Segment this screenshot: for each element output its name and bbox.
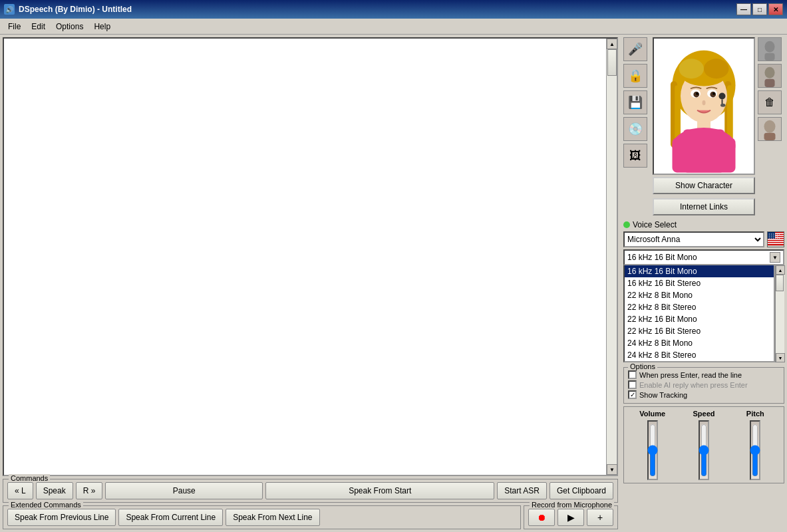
titlebar: 🔊 DSpeech (By Dimio) - Untitled — □ ✕ (0, 0, 787, 19)
menubar: File Edit Options Help (0, 19, 787, 35)
format-item-0[interactable]: 16 kHz 16 Bit Mono (625, 265, 774, 277)
format-list: 16 kHz 16 Bit Mono 16 kHz 16 Bit Stereo … (623, 265, 775, 362)
svg-point-22 (720, 104, 726, 107)
speed-slider[interactable] (699, 424, 709, 477)
menu-options[interactable]: Options (51, 21, 88, 33)
format-item-6[interactable]: 24 kHz 8 Bit Mono (625, 337, 774, 349)
internet-links-button[interactable]: Internet Links (653, 198, 755, 215)
record-group: Record from Microphone ⏺ ▶ + (524, 505, 618, 529)
format-dropdown-header[interactable]: 16 kHz 16 Bit Mono ▼ (623, 249, 784, 265)
photo-icon[interactable]: 🖼 (623, 144, 647, 168)
volume-track (647, 420, 658, 480)
speed-label: Speed (693, 410, 714, 418)
char-center: Show Character Internet Links (653, 37, 755, 217)
format-list-container: 16 kHz 16 Bit Mono 16 kHz 16 Bit Stereo … (623, 265, 784, 362)
options-section: Options When press Enter, read the line … (623, 367, 784, 404)
format-item-5[interactable]: 22 kHz 16 Bit Stereo (625, 325, 774, 337)
scroll-thumb[interactable] (607, 49, 617, 76)
vertical-scrollbar[interactable]: ▲ ▼ (606, 39, 617, 475)
speed-slider-col: Speed (681, 410, 726, 480)
record-button[interactable]: ⏺ (528, 509, 555, 526)
voice-active-dot (623, 221, 630, 228)
option-checkbox-0[interactable] (628, 370, 637, 379)
format-item-2[interactable]: 22 kHz 8 Bit Mono (625, 289, 774, 301)
speak-from-start-button[interactable]: Speak From Start (265, 482, 494, 499)
voice-select-row: Microsoft Anna Microsoft David Microsoft… (623, 231, 784, 247)
format-list-scrollbar[interactable]: ▲ ▼ (775, 265, 784, 362)
get-clipboard-button[interactable]: Get Clipboard (550, 482, 613, 499)
right-panel: 🎤 🔒 💾 💿 🖼 (621, 35, 787, 532)
format-dropdown-arrow[interactable]: ▼ (770, 252, 780, 263)
extended-commands-group: Extended Commands Speak From Previous Li… (3, 505, 521, 529)
format-item-7[interactable]: 24 kHz 8 Bit Stereo (625, 349, 774, 361)
microphone-icon[interactable]: 🎤 (623, 37, 647, 61)
speak-button[interactable]: Speak (36, 482, 73, 499)
speak-next-line-button[interactable]: Speak From Next Line (226, 509, 319, 526)
close-button[interactable]: ✕ (768, 3, 783, 15)
next-line-button[interactable]: R » (76, 482, 103, 499)
lock-icon[interactable]: 🔒 (623, 64, 647, 88)
format-scroll-down[interactable]: ▼ (776, 353, 785, 362)
svg-rect-38 (768, 243, 784, 245)
svg-text:★★★★★★: ★★★★★★ (768, 237, 780, 239)
pause-button[interactable]: Pause (105, 482, 263, 499)
svg-point-27 (764, 67, 774, 78)
svg-point-18 (696, 92, 699, 95)
scroll-down-button[interactable]: ▼ (607, 464, 617, 475)
option-row-0: When press Enter, read the line (628, 370, 780, 379)
format-item-4[interactable]: 22 kHz 16 Bit Mono (625, 313, 774, 325)
voice-dropdown[interactable]: Microsoft Anna Microsoft David Microsoft… (623, 231, 764, 247)
pitch-label: Pitch (746, 410, 764, 418)
svg-point-24 (764, 41, 774, 53)
format-scroll-thumb[interactable] (776, 275, 784, 291)
extended-commands-label: Extended Commands (9, 501, 83, 509)
start-asr-button[interactable]: Start ASR (497, 482, 547, 499)
speed-track (699, 420, 709, 480)
text-editor[interactable] (4, 39, 606, 475)
prev-line-button[interactable]: « L (7, 482, 33, 499)
commands-row: « L Speak R » Pause Speak From Start Sta… (7, 482, 613, 499)
language-flag-icon[interactable]: ★★★★★★ ★★★★★ ★★★★★★ (767, 231, 784, 247)
volume-slider[interactable] (647, 424, 658, 477)
option-checkbox-1[interactable] (628, 380, 637, 389)
right-icon-column: 🗑 (758, 37, 784, 217)
show-character-button[interactable]: Show Character (653, 177, 755, 194)
pitch-slider[interactable] (750, 424, 760, 477)
svg-point-13 (704, 59, 729, 78)
character-alt-2-icon[interactable] (758, 64, 782, 88)
svg-point-21 (719, 93, 726, 100)
maximize-button[interactable]: □ (752, 3, 767, 15)
menu-edit[interactable]: Edit (26, 21, 51, 33)
format-scroll-up[interactable]: ▲ (776, 265, 785, 275)
svg-point-20 (703, 100, 706, 106)
option-checkbox-2[interactable] (628, 390, 637, 399)
sliders-section: Volume Speed Pitch (623, 406, 784, 483)
record-buttons-row: ⏺ ▶ + (528, 509, 613, 526)
commands-area: Commands « L Speak R » Pause Speak From … (3, 476, 618, 529)
options-section-label: Options (628, 362, 657, 370)
add-recording-button[interactable]: + (587, 509, 613, 526)
format-item-3[interactable]: 22 kHz 8 Bit Stereo (625, 301, 774, 313)
extended-area: Extended Commands Speak From Previous Li… (3, 505, 618, 529)
speak-current-line-button[interactable]: Speak From Current Line (118, 509, 223, 526)
volume-label: Volume (639, 410, 665, 418)
scroll-up-button[interactable]: ▲ (607, 39, 617, 49)
character-alt-1-icon[interactable] (758, 37, 782, 61)
trash-icon[interactable]: 🗑 (758, 90, 782, 114)
character-alt-3-icon[interactable] (758, 117, 782, 141)
save-icon[interactable]: 💾 (623, 90, 647, 114)
play-button[interactable]: ▶ (557, 509, 584, 526)
extended-commands-row: Speak From Previous Line Speak From Curr… (7, 509, 516, 526)
cd-icon[interactable]: 💿 (623, 117, 647, 141)
svg-rect-31 (764, 133, 776, 140)
format-item-1[interactable]: 16 kHz 16 Bit Stereo (625, 277, 774, 289)
app-icon: 🔊 (4, 4, 15, 15)
pitch-slider-col: Pitch (732, 410, 778, 480)
minimize-button[interactable]: — (736, 3, 751, 15)
menu-help[interactable]: Help (88, 21, 116, 33)
format-dropdown: 16 kHz 16 Bit Mono ▼ 16 kHz 16 Bit Mono … (623, 249, 784, 362)
menu-file[interactable]: File (3, 21, 26, 33)
voice-select-section: Voice Select Microsoft Anna Microsoft Da… (623, 220, 784, 364)
speak-prev-line-button[interactable]: Speak From Previous Line (7, 509, 116, 526)
pitch-track (750, 420, 760, 480)
